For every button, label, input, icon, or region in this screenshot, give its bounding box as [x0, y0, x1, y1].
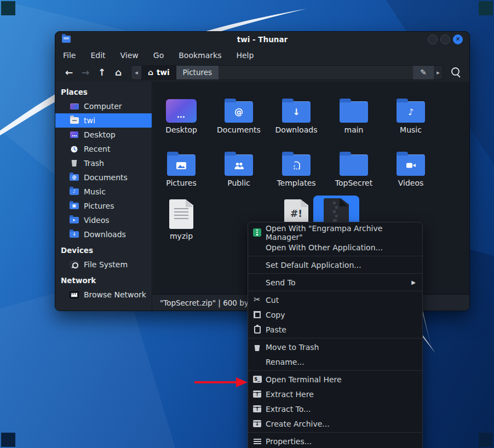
- trash-icon: [252, 344, 262, 350]
- sidebar-item-videos[interactable]: ▸ Videos: [55, 213, 152, 227]
- folder-icon: [340, 101, 368, 123]
- music-folder-icon: ♪: [70, 188, 79, 195]
- wallpaper-corner: [1, 433, 15, 447]
- menu-separator: [248, 370, 422, 371]
- sidebar-header-devices: Devices: [55, 243, 152, 257]
- path-scroll-right-icon[interactable]: ▸: [434, 66, 443, 79]
- menu-separator: [248, 256, 422, 256]
- menu-item-open-with-engrampa[interactable]: Open With "Engrampa Archive Manager": [248, 225, 422, 240]
- file-folder-main[interactable]: main: [326, 89, 381, 134]
- file-folder-downloads[interactable]: ↓ Downloads: [269, 89, 324, 134]
- file-folder-templates[interactable]: Templates: [269, 142, 324, 187]
- menu-item-extract-here[interactable]: ↑ Extract Here: [248, 387, 422, 401]
- search-icon[interactable]: [447, 65, 464, 80]
- menu-item-cut[interactable]: ✂ Cut: [248, 292, 422, 307]
- submenu-arrow-icon: ▶: [411, 279, 416, 285]
- pictures-folder-icon: ▣: [70, 203, 79, 209]
- back-button[interactable]: ←: [61, 67, 77, 78]
- create-archive-icon: ↓: [252, 420, 262, 427]
- downloads-folder-icon: ↓: [70, 231, 79, 238]
- sidebar-item-twi[interactable]: twi: [55, 113, 152, 128]
- file-folder-pictures[interactable]: Pictures: [154, 142, 209, 187]
- sidebar-item-browse-network[interactable]: Browse Network: [55, 288, 152, 302]
- menu-item-properties[interactable]: Properties...: [248, 434, 422, 448]
- properties-icon: [252, 438, 262, 445]
- sidebar-item-file-system[interactable]: File System: [55, 257, 152, 272]
- recent-icon: [70, 145, 79, 153]
- minimize-button[interactable]: [428, 35, 438, 44]
- up-button[interactable]: ↑: [94, 67, 110, 78]
- extract-icon: ↑: [252, 390, 262, 398]
- file-folder-videos[interactable]: Videos: [383, 142, 438, 187]
- file-folder-desktop[interactable]: Desktop: [154, 89, 209, 134]
- sidebar-item-computer[interactable]: Computer: [55, 99, 152, 113]
- path-empty-area[interactable]: [219, 66, 413, 79]
- sidebar: Places Computer twi Desktop Recent Trash…: [55, 82, 152, 311]
- menu-go[interactable]: Go: [153, 51, 164, 60]
- sidebar-item-documents[interactable]: @ Documents: [55, 170, 152, 185]
- toolbar: ← → ↑ ⌂ ◂ ⌂ twi Pictures ✎ ▸: [55, 63, 469, 82]
- extract-icon: ↑: [252, 405, 262, 412]
- home-button[interactable]: ⌂: [110, 67, 127, 78]
- wallpaper-corner: [1, 1, 15, 15]
- menu-item-set-default-application[interactable]: Set Default Application...: [248, 257, 422, 272]
- close-button[interactable]: ✕: [453, 35, 463, 44]
- menu-separator: [248, 432, 422, 433]
- path-button-twi[interactable]: ⌂ twi: [141, 66, 176, 79]
- desktop-icon: [70, 131, 79, 138]
- path-button-pictures[interactable]: Pictures: [176, 66, 219, 79]
- pictures-folder-icon: [167, 154, 196, 176]
- forward-button[interactable]: →: [77, 67, 94, 78]
- menu-separator: [248, 273, 422, 274]
- menu-item-create-archive[interactable]: ↓ Create Archive...: [248, 416, 422, 431]
- trash-icon: [70, 160, 79, 166]
- cut-icon: ✂: [252, 296, 262, 304]
- templates-folder-icon: [282, 154, 311, 176]
- menu-item-paste[interactable]: Paste: [248, 322, 422, 337]
- context-menu: Open With "Engrampa Archive Manager" Ope…: [248, 222, 423, 448]
- menu-separator: [248, 291, 422, 291]
- sidebar-item-desktop[interactable]: Desktop: [55, 128, 152, 142]
- maximize-button[interactable]: [440, 35, 450, 44]
- folder-icon: [340, 154, 368, 176]
- file-folder-documents[interactable]: @ Documents: [211, 89, 266, 134]
- sidebar-header-places: Places: [55, 85, 152, 99]
- menu-item-copy[interactable]: Copy: [248, 307, 422, 322]
- downloads-folder-icon: ↓: [282, 101, 311, 123]
- menu-file[interactable]: File: [63, 51, 76, 60]
- titlebar[interactable]: twi - Thunar ✕: [55, 32, 469, 47]
- menu-item-open-terminal-here[interactable]: $_ Open Terminal Here: [248, 372, 422, 387]
- menu-bookmarks[interactable]: Bookmarks: [179, 51, 221, 60]
- file-folder-music[interactable]: ♪ Music: [383, 89, 438, 134]
- sidebar-item-recent[interactable]: Recent: [55, 142, 152, 156]
- path-scroll-left-icon[interactable]: ◂: [131, 66, 141, 79]
- videos-folder-icon: ▸: [70, 217, 79, 223]
- home-folder-icon: [70, 117, 79, 124]
- window-title: twi - Thunar: [55, 32, 469, 47]
- home-icon: ⌂: [148, 68, 153, 77]
- sidebar-item-music[interactable]: ♪ Music: [55, 185, 152, 199]
- menu-edit[interactable]: Edit: [90, 51, 105, 60]
- sidebar-item-trash[interactable]: Trash: [55, 156, 152, 170]
- path-other-label: Pictures: [183, 68, 212, 77]
- computer-icon: [70, 104, 79, 110]
- sidebar-item-pictures[interactable]: ▣ Pictures: [55, 199, 152, 213]
- engrampa-icon: [252, 228, 262, 237]
- menu-item-open-with-other[interactable]: Open With Other Application...: [248, 240, 422, 255]
- documents-folder-icon: @: [225, 101, 253, 123]
- sidebar-header-network: Network: [55, 273, 152, 288]
- edit-path-button[interactable]: ✎: [413, 66, 434, 79]
- menu-item-send-to[interactable]: Send To ▶: [248, 275, 422, 290]
- path-bar: ◂ ⌂ twi Pictures ✎ ▸: [131, 65, 443, 80]
- menu-item-extract-to[interactable]: ↑ Extract To...: [248, 401, 422, 416]
- menu-item-rename[interactable]: Rename...: [248, 354, 422, 369]
- desktop-special-icon: [166, 99, 197, 123]
- sidebar-item-downloads[interactable]: ↓ Downloads: [55, 227, 152, 242]
- menu-view[interactable]: View: [120, 51, 139, 60]
- menu-item-move-to-trash[interactable]: Move to Trash: [248, 340, 422, 354]
- file-folder-public[interactable]: Public: [211, 142, 266, 187]
- file-folder-topsecret[interactable]: TopSecret: [326, 142, 381, 187]
- menu-help[interactable]: Help: [236, 51, 254, 60]
- file-myzip[interactable]: myzip: [154, 195, 209, 240]
- path-current-label: twi: [157, 68, 170, 77]
